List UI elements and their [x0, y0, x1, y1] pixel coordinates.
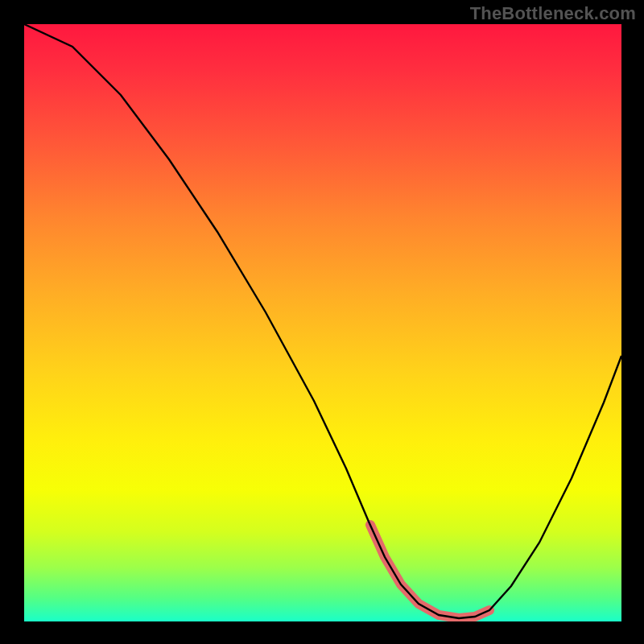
main-curve-path: [24, 24, 621, 618]
plateau-marker-path: [370, 525, 489, 618]
curve-svg: [24, 24, 621, 621]
chart-frame: TheBottleneck.com: [0, 0, 644, 644]
plot-area: [24, 24, 621, 621]
watermark-text: TheBottleneck.com: [470, 3, 636, 24]
